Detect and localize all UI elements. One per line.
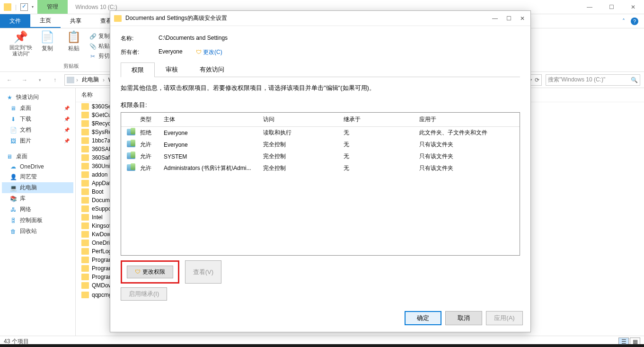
folder-icon	[81, 231, 89, 238]
enable-inheritance-button: 启用继承(I)	[121, 287, 167, 301]
perm-apply: 只有该文件夹	[417, 163, 516, 173]
folder-icon	[81, 154, 89, 161]
ribbon-collapse-icon[interactable]: ˄	[622, 18, 625, 25]
nav-user[interactable]: 👤周艺莹	[2, 171, 73, 182]
perm-access: 完全控制	[261, 163, 342, 173]
crumb-thispc[interactable]: 此电脑	[80, 76, 101, 84]
nav-back-button[interactable]: ←	[4, 74, 15, 86]
nav-desktop[interactable]: 🖥桌面📌	[2, 103, 73, 114]
perm-apply: 只有该文件夹	[417, 140, 516, 150]
perm-type: 允许	[138, 163, 162, 173]
nav-quickaccess[interactable]: ★快速访问	[2, 92, 73, 103]
folder-icon	[81, 188, 89, 195]
nav-libraries[interactable]: 📚库	[2, 193, 73, 204]
nav-network[interactable]: 🖧网络	[2, 204, 73, 215]
nav-thispc[interactable]: 💻此电脑	[2, 182, 73, 193]
hdr-applies[interactable]: 应用于	[417, 115, 516, 125]
nav-controlpanel[interactable]: 🎛控制面板	[2, 215, 73, 226]
copy-button[interactable]: 📄 复制	[36, 30, 59, 53]
window-title: Windows 10 (C:)	[68, 4, 125, 10]
minimize-button[interactable]: —	[579, 0, 600, 14]
folder-icon	[81, 120, 89, 127]
owner-label: 所有者:	[121, 48, 149, 56]
nav-forward-button[interactable]: →	[19, 74, 30, 86]
perm-headers[interactable]: 类型 主体 访问 继承于 应用于	[121, 113, 520, 127]
users-icon	[127, 129, 135, 135]
nav-up-button[interactable]: ↑	[49, 74, 61, 86]
pin-icon: 📌	[64, 127, 70, 133]
download-icon: ⬇	[9, 116, 17, 123]
hdr-type[interactable]: 类型	[138, 115, 162, 125]
security-dialog: Documents and Settings的高级安全设置 — ☐ ✕ 名称: …	[110, 10, 531, 332]
tab-home[interactable]: 主页	[30, 14, 61, 28]
qat-dropdown-icon[interactable]: ▾	[32, 5, 34, 9]
permission-row[interactable]: 允许Everyone完全控制无只有该文件夹	[121, 139, 520, 151]
folder-icon	[81, 163, 89, 169]
hdr-principal[interactable]: 主体	[162, 115, 261, 125]
refresh-icon[interactable]: ⟳	[535, 77, 539, 83]
dlg-minimize-button[interactable]: —	[492, 15, 498, 22]
change-permissions-button[interactable]: 🛡 更改权限	[127, 266, 173, 278]
chevron-icon[interactable]: ›	[103, 77, 105, 83]
permission-row[interactable]: 拒绝Everyone读取和执行无此文件夹、子文件夹和文件	[121, 127, 520, 139]
hdr-inherited[interactable]: 继承于	[342, 115, 417, 125]
checkbox-icon[interactable]: ✓	[20, 3, 28, 11]
perm-access: 读取和执行	[261, 128, 342, 138]
perm-principal: SYSTEM	[162, 152, 261, 161]
ok-button[interactable]: 确定	[405, 311, 441, 325]
folder-icon	[81, 103, 89, 110]
pin-icon: 📌	[64, 106, 70, 111]
folder-icon	[81, 265, 89, 272]
perm-type: 允许	[138, 151, 162, 161]
nav-documents[interactable]: 📄文档📌	[2, 125, 73, 135]
tab-permissions[interactable]: 权限	[121, 62, 155, 77]
folder-icon	[81, 129, 89, 135]
search-icon[interactable]: 🔍	[631, 77, 638, 83]
maximize-button[interactable]: ☐	[600, 0, 622, 14]
tab-effective[interactable]: 有效访问	[189, 62, 235, 77]
paste-button[interactable]: 📋 粘贴	[62, 30, 85, 53]
close-button[interactable]: ✕	[622, 0, 644, 14]
title-context-tab[interactable]: 管理	[37, 0, 68, 14]
permission-row[interactable]: 允许Administrators (书房计算机\Admi...完全控制无只有该文…	[121, 162, 520, 174]
tab-share[interactable]: 共享	[61, 14, 91, 28]
copy-label: 复制	[42, 44, 53, 53]
folder-icon	[81, 292, 89, 298]
instruction-text: 如需其他信息，请双击权限项目。若要修改权限项目，请选择该项目并单击"编辑"(如果…	[121, 84, 520, 92]
nav-onedrive[interactable]: ☁OneDrive	[2, 162, 73, 171]
perm-access: 完全控制	[261, 151, 342, 161]
perm-principal: Administrators (书房计算机\Admi...	[162, 163, 261, 173]
nav-downloads[interactable]: ⬇下载📌	[2, 114, 73, 125]
folder-icon	[81, 171, 89, 178]
folder-icon	[81, 257, 89, 263]
tab-audit[interactable]: 审核	[155, 62, 189, 77]
help-icon[interactable]: ?	[631, 18, 638, 25]
permission-row[interactable]: 允许SYSTEM完全控制无只有该文件夹	[121, 151, 520, 162]
perm-type: 拒绝	[138, 128, 162, 138]
chevron-icon[interactable]: ›	[76, 77, 78, 83]
folder-icon	[81, 240, 89, 246]
folder-icon	[81, 282, 89, 289]
nav-pictures[interactable]: 🖼图片📌	[2, 135, 73, 146]
shortcut-icon: 📎	[89, 43, 97, 50]
pin-quickaccess-button[interactable]: 📌 固定到"快速访问"	[9, 30, 32, 57]
nav-recycle[interactable]: 🗑回收站	[2, 226, 73, 237]
search-input[interactable]: 搜索"Windows 10 (C:)" 🔍	[546, 74, 640, 86]
cancel-button[interactable]: 取消	[445, 311, 482, 325]
hdr-access[interactable]: 访问	[261, 115, 342, 125]
library-icon: 📚	[9, 196, 17, 202]
nav-recent-button[interactable]: ▾	[34, 74, 45, 86]
entries-label: 权限条目:	[121, 101, 520, 109]
dialog-body: 名称: C:\Documents and Settings 所有者: Every…	[110, 26, 530, 306]
control-icon: 🎛	[9, 217, 17, 224]
perm-principal: Everyone	[162, 141, 261, 149]
change-owner-link[interactable]: 更改(C)	[203, 49, 222, 55]
dialog-title: Documents and Settings的高级安全设置	[125, 14, 227, 22]
dlg-close-button[interactable]: ✕	[520, 15, 525, 22]
taskbar[interactable]	[0, 344, 644, 347]
permission-list[interactable]: 类型 主体 访问 继承于 应用于 拒绝Everyone读取和执行无此文件夹、子文…	[121, 112, 520, 256]
dlg-maximize-button[interactable]: ☐	[506, 15, 512, 22]
ribbon-right: ˄ ?	[622, 14, 644, 28]
nav-desktop-root[interactable]: 🖥桌面	[2, 151, 73, 162]
tab-file[interactable]: 文件	[0, 14, 30, 28]
